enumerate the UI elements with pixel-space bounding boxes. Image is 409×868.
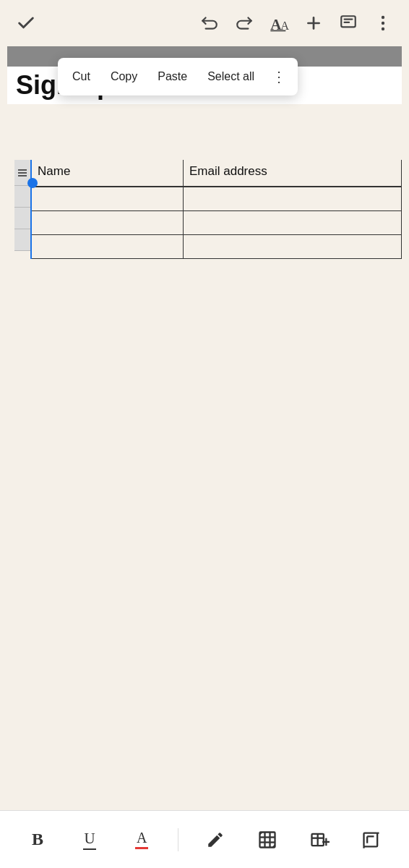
svg-rect-5 <box>341 16 356 27</box>
table-resize-icon <box>257 830 277 850</box>
underline-icon: U <box>83 830 96 850</box>
table-header-name[interactable]: Name <box>32 160 184 186</box>
svg-point-10 <box>382 27 384 30</box>
insert-table-button[interactable] <box>303 824 335 856</box>
cut-menu-item[interactable]: Cut <box>64 64 99 89</box>
table-row <box>32 235 402 259</box>
context-menu: Cut Copy Paste Select all ⋮ <box>58 58 298 95</box>
special-icon-button[interactable] <box>356 824 387 856</box>
left-panel-row-2 <box>14 208 30 229</box>
hamburger-icon <box>18 169 27 176</box>
table-header-row: Name Email address <box>32 160 402 187</box>
select-all-menu-item[interactable]: Select all <box>199 64 263 89</box>
context-menu-more-button[interactable]: ⋮ <box>266 64 292 90</box>
toolbar-right: A A <box>195 9 397 38</box>
table-cell-email-2[interactable] <box>184 211 402 234</box>
left-panel-row-1 <box>14 186 30 208</box>
table-cell-name-2[interactable] <box>32 211 184 234</box>
table-cell-email-3[interactable] <box>184 235 402 258</box>
table: Name Email address <box>30 160 402 259</box>
font-color-button[interactable]: A <box>126 824 158 856</box>
redo-button[interactable] <box>230 9 259 38</box>
selection-handle[interactable] <box>27 178 38 188</box>
bold-button[interactable]: B <box>22 824 53 856</box>
left-panel <box>14 160 30 251</box>
underline-bar <box>83 848 96 850</box>
svg-rect-21 <box>363 833 377 846</box>
font-style-button[interactable]: A A <box>264 9 293 38</box>
toolbar-divider-1 <box>178 828 178 851</box>
svg-point-8 <box>382 16 384 19</box>
paste-menu-item[interactable]: Paste <box>149 64 196 89</box>
table-header-email[interactable]: Email address <box>184 160 402 186</box>
insert-table-icon <box>309 830 330 850</box>
pencil-icon <box>206 830 225 849</box>
bottom-toolbar: B U A <box>0 810 409 868</box>
table-cell-email-1[interactable] <box>184 187 402 210</box>
bold-label: B <box>32 830 43 849</box>
top-toolbar: A A <box>0 0 409 46</box>
crop-icon <box>361 830 382 850</box>
comment-button[interactable] <box>334 9 363 38</box>
table-cell-name-3[interactable] <box>32 235 184 258</box>
table-row <box>32 187 402 211</box>
copy-menu-item[interactable]: Copy <box>102 64 146 89</box>
undo-button[interactable] <box>195 9 224 38</box>
highlight-button[interactable] <box>199 824 231 856</box>
underline-button[interactable]: U <box>74 824 106 856</box>
table-row <box>32 211 402 235</box>
table-resize-button[interactable] <box>251 824 283 856</box>
color-bar <box>135 847 148 849</box>
check-button[interactable] <box>12 9 40 38</box>
table-cell-name-1[interactable] <box>32 187 184 210</box>
document-area: Sign-up Shee Name Email address <box>0 46 409 810</box>
svg-point-9 <box>382 22 384 25</box>
add-button[interactable] <box>299 9 328 38</box>
svg-rect-11 <box>259 832 275 847</box>
font-color-icon: A <box>135 830 148 849</box>
left-panel-row-3 <box>14 229 30 251</box>
more-options-button[interactable] <box>369 9 397 38</box>
